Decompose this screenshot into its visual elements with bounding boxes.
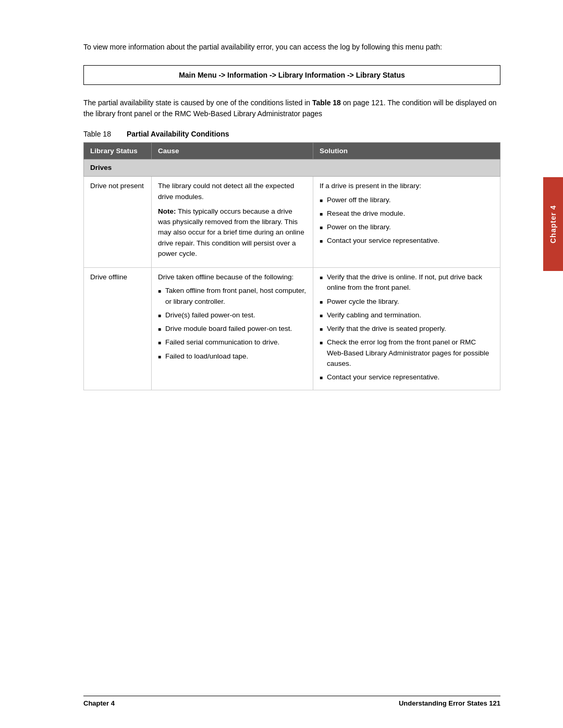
section-header-drives: Drives bbox=[84, 159, 500, 177]
col-header-cause: Cause bbox=[152, 143, 313, 159]
table-row-drive-offline: Drive offline Drive taken offline becaus… bbox=[84, 268, 500, 390]
solution-drive-offline: Verify that the drive is online. If not,… bbox=[313, 268, 500, 390]
solution-item: Contact your service representative. bbox=[320, 372, 494, 382]
page-container: Chapter 4 To view more information about… bbox=[0, 0, 563, 728]
menu-path-box: Main Menu -> Information -> Library Info… bbox=[83, 65, 500, 85]
partial-availability-table: Library Status Cause Solution Drives Dri… bbox=[83, 142, 500, 390]
description-paragraph: The partial availability state is caused… bbox=[83, 97, 500, 119]
solution-item: Verify cabling and termination. bbox=[320, 310, 494, 320]
solution-item: Reseat the drive module. bbox=[320, 208, 494, 219]
status-drive-offline: Drive offline bbox=[84, 268, 152, 390]
cause-item: Drive(s) failed power-on test. bbox=[158, 310, 307, 320]
footer-left: Chapter 4 bbox=[83, 699, 115, 707]
solution-item: Check the error log from the front panel… bbox=[320, 337, 494, 369]
solution-item: Verify that the drive is online. If not,… bbox=[320, 272, 494, 293]
cause-drive-offline: Drive taken offline because of the follo… bbox=[152, 268, 313, 390]
solution-item: Verify that the drive is seated properly… bbox=[320, 324, 494, 334]
cause-item: Failed to load/unload tape. bbox=[158, 351, 307, 362]
cause-drive-not-present: The library could not detect all the exp… bbox=[152, 177, 313, 268]
solution-item: Power on the library. bbox=[320, 222, 494, 232]
table-number: Table 18 bbox=[83, 130, 111, 138]
solution-drive-not-present: If a drive is present in the library: Po… bbox=[313, 177, 500, 268]
cause-item: Drive module board failed power-on test. bbox=[158, 324, 307, 334]
page-footer: Chapter 4 Understanding Error States 121 bbox=[83, 696, 500, 707]
chapter-tab: Chapter 4 bbox=[543, 177, 563, 271]
col-header-solution: Solution bbox=[313, 143, 500, 159]
cause-item: Taken offline from front panel, host com… bbox=[158, 286, 307, 307]
footer-right: Understanding Error States 121 bbox=[399, 699, 500, 707]
status-drive-not-present: Drive not present bbox=[84, 177, 152, 268]
intro-paragraph1: To view more information about the parti… bbox=[83, 42, 500, 53]
cause-item: Failed serial communication to drive. bbox=[158, 337, 307, 348]
section-drives-label: Drives bbox=[84, 159, 500, 177]
table-title: Partial Availability Conditions bbox=[127, 130, 229, 138]
table-row-drive-not-present: Drive not present The library could not … bbox=[84, 177, 500, 268]
solution-item: Power cycle the library. bbox=[320, 297, 494, 307]
col-header-status: Library Status bbox=[84, 143, 152, 159]
solution-item: Power off the library. bbox=[320, 195, 494, 205]
main-content: To view more information about the parti… bbox=[83, 42, 500, 390]
solution-item: Contact your service representative. bbox=[320, 236, 494, 246]
table-label-row: Table 18 Partial Availability Conditions bbox=[83, 130, 500, 138]
